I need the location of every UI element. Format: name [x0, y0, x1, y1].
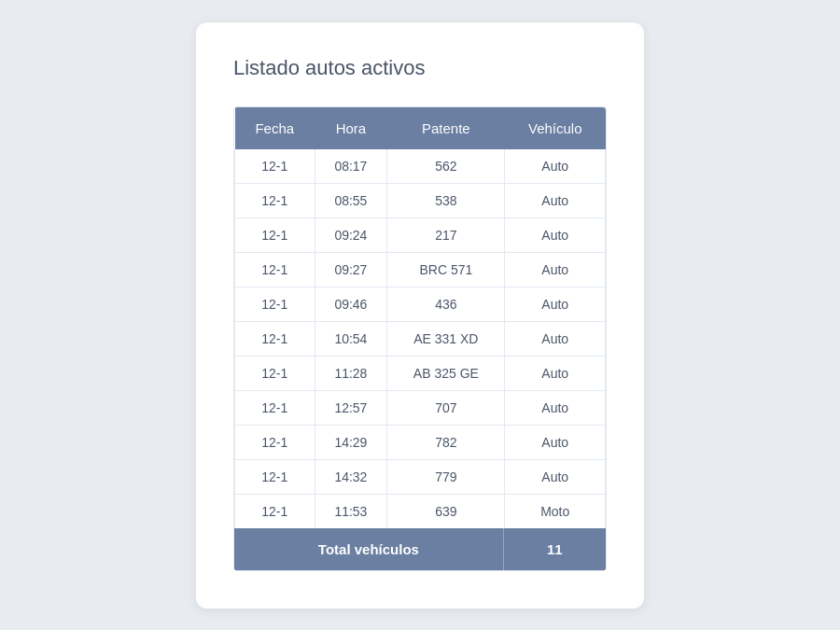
cell-vehiculo: Auto	[505, 321, 606, 356]
cell-hora: 11:53	[315, 494, 387, 528]
cell-hora: 09:24	[315, 217, 387, 252]
cell-vehiculo: Auto	[505, 287, 606, 321]
cell-fecha: 12-1	[235, 425, 315, 459]
cell-vehiculo: Auto	[505, 217, 606, 252]
table-row: 12-110:54AE 331 XDAuto	[235, 321, 606, 356]
cell-fecha: 12-1	[235, 459, 315, 494]
cell-patente: 639	[387, 494, 505, 528]
table-wrapper: Fecha Hora Patente Vehículo 12-108:17562…	[233, 106, 607, 571]
cell-hora: 10:54	[315, 321, 387, 356]
cell-vehiculo: Auto	[505, 183, 606, 217]
col-fecha: Fecha	[235, 107, 315, 149]
table-row: 12-108:55538Auto	[235, 183, 606, 217]
cell-patente: 217	[387, 217, 505, 252]
cell-hora: 08:17	[315, 149, 387, 184]
cell-hora: 09:27	[315, 252, 387, 287]
cell-hora: 09:46	[315, 287, 387, 321]
cell-fecha: 12-1	[235, 252, 315, 287]
table-row: 12-114:32779Auto	[235, 459, 606, 494]
col-patente: Patente	[387, 107, 505, 149]
cell-hora: 14:32	[315, 459, 387, 494]
cell-fecha: 12-1	[235, 390, 315, 425]
cell-vehiculo: Auto	[505, 425, 606, 459]
cell-patente: AB 325 GE	[387, 356, 505, 390]
cell-patente: 436	[387, 287, 505, 321]
cell-patente: 562	[387, 149, 505, 184]
table-row: 12-109:46436Auto	[235, 287, 606, 321]
cell-fecha: 12-1	[235, 287, 315, 321]
table-row: 12-111:28AB 325 GEAuto	[235, 356, 606, 390]
cell-vehiculo: Auto	[505, 390, 606, 425]
col-hora: Hora	[315, 107, 387, 149]
cell-fecha: 12-1	[235, 149, 315, 184]
cell-hora: 08:55	[315, 183, 387, 217]
cell-patente: 538	[387, 183, 505, 217]
footer-label: Total vehículos	[234, 528, 503, 570]
table-footer: Total vehículos 11	[234, 528, 606, 570]
col-vehiculo: Vehículo	[505, 107, 606, 149]
cell-fecha: 12-1	[235, 321, 315, 356]
table-row: 12-111:53639Moto	[235, 494, 606, 528]
cell-fecha: 12-1	[235, 217, 315, 252]
cell-vehiculo: Auto	[505, 149, 606, 184]
main-card: Listado autos activos Fecha Hora Patente…	[196, 22, 644, 609]
cell-vehiculo: Moto	[505, 494, 606, 528]
cell-vehiculo: Auto	[505, 252, 606, 287]
cell-patente: 782	[387, 425, 505, 459]
card-title: Listado autos activos	[233, 56, 607, 80]
cell-vehiculo: Auto	[505, 356, 606, 390]
vehicles-table: Fecha Hora Patente Vehículo 12-108:17562…	[234, 107, 606, 528]
cell-hora: 14:29	[315, 425, 387, 459]
cell-vehiculo: Auto	[505, 459, 606, 494]
cell-patente: 779	[387, 459, 505, 494]
cell-patente: AE 331 XD	[387, 321, 505, 356]
cell-hora: 12:57	[315, 390, 387, 425]
cell-fecha: 12-1	[235, 494, 315, 528]
cell-patente: 707	[387, 390, 505, 425]
cell-fecha: 12-1	[235, 183, 315, 217]
table-row: 12-112:57707Auto	[235, 390, 606, 425]
footer-value: 11	[503, 528, 606, 570]
cell-fecha: 12-1	[235, 356, 315, 390]
table-header-row: Fecha Hora Patente Vehículo	[235, 107, 606, 149]
table-row: 12-108:17562Auto	[235, 149, 606, 184]
table-row: 12-109:24217Auto	[235, 217, 606, 252]
table-row: 12-109:27BRC 571Auto	[235, 252, 606, 287]
table-row: 12-114:29782Auto	[235, 425, 606, 459]
cell-hora: 11:28	[315, 356, 387, 390]
cell-patente: BRC 571	[387, 252, 505, 287]
